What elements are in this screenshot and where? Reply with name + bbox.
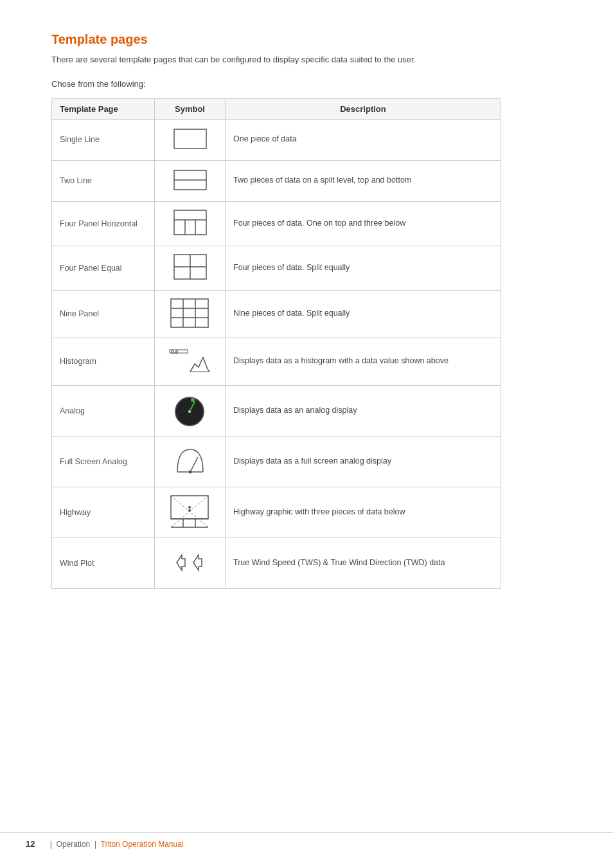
template-symbol <box>155 119 226 160</box>
svg-line-24 <box>190 457 198 472</box>
template-description: Displays data as an analog display <box>226 385 501 436</box>
table-row: Four Panel Horizontal Four pieces of dat… <box>52 201 501 246</box>
svg-text:0.0: 0.0 <box>171 349 179 355</box>
svg-rect-10 <box>171 299 208 327</box>
table-row: Analog Displays data as an analog displa… <box>52 385 501 436</box>
template-name: Full Screen Analog <box>52 436 155 487</box>
table-row: Nine Panel Nine pieces of data. Split eq… <box>52 290 501 338</box>
template-description: Four pieces of data. Split equally <box>226 246 501 290</box>
template-symbol <box>155 246 226 290</box>
template-symbol: 0.0 <box>155 338 226 385</box>
template-description: Four pieces of data. One on top and thre… <box>226 201 501 246</box>
page-number: 12 <box>26 839 35 849</box>
table-row: Two Line Two pieces of data on a split l… <box>52 160 501 201</box>
header-template-page: Template Page <box>52 98 155 119</box>
template-description: One piece of data <box>226 119 501 160</box>
template-name: Four Panel Horizontal <box>52 201 155 246</box>
table-row: Highway Highway graphic with three piece… <box>52 487 501 538</box>
table-row: Wind Plot True Wind Speed (TWS) & True W… <box>52 538 501 588</box>
table-row: Single Line One piece of data <box>52 119 501 160</box>
template-symbol <box>155 385 226 436</box>
header-description: Description <box>226 98 501 119</box>
intro-text: There are several template pages that ca… <box>51 53 437 66</box>
template-name: Four Panel Equal <box>52 246 155 290</box>
template-description: Displays data as a full screen analog di… <box>226 436 501 487</box>
section-title: Template pages <box>51 32 562 47</box>
template-name: Wind Plot <box>52 538 155 588</box>
svg-point-25 <box>188 470 191 473</box>
table-row: Full Screen Analog Displays data as a fu… <box>52 436 501 487</box>
choose-text: Chose from the following: <box>51 79 562 89</box>
table-row: Histogram 0.0 Displays data as a histogr… <box>52 338 501 385</box>
template-name: Highway <box>52 487 155 538</box>
svg-rect-3 <box>174 210 206 235</box>
svg-point-34 <box>188 509 191 512</box>
template-name: Single Line <box>52 119 155 160</box>
template-symbol <box>155 487 226 538</box>
footer-label: | Operation | Triton Operation Manual <box>48 840 183 849</box>
template-name: Analog <box>52 385 155 436</box>
template-table: Template Page Symbol Description Single … <box>51 98 501 589</box>
template-description: Two pieces of data on a split level, top… <box>226 160 501 201</box>
template-description: Displays data as a histogram with a data… <box>226 338 501 385</box>
template-symbol <box>155 538 226 588</box>
template-symbol <box>155 436 226 487</box>
table-row: Four Panel Equal Four pieces of data. Sp… <box>52 246 501 290</box>
template-name: Histogram <box>52 338 155 385</box>
footer-manual-link: Triton Operation Manual <box>101 840 184 849</box>
svg-point-22 <box>191 398 195 402</box>
template-description: True Wind Speed (TWS) & True Wind Direct… <box>226 538 501 588</box>
page-footer: 12 | Operation | Triton Operation Manual <box>0 832 613 849</box>
template-symbol <box>155 160 226 201</box>
template-description: Nine pieces of data. Split equally <box>226 290 501 338</box>
template-name: Two Line <box>52 160 155 201</box>
template-description: Highway graphic with three pieces of dat… <box>226 487 501 538</box>
template-name: Nine Panel <box>52 290 155 338</box>
header-symbol: Symbol <box>155 98 226 119</box>
template-symbol <box>155 201 226 246</box>
template-symbol <box>155 290 226 338</box>
svg-point-33 <box>188 506 191 509</box>
svg-rect-0 <box>174 129 206 149</box>
